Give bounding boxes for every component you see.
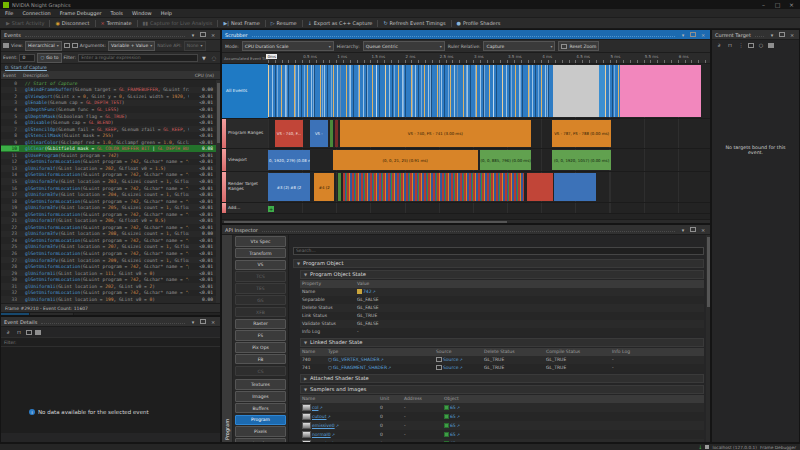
link-icon[interactable]: ∂: [4, 328, 12, 336]
scrubber-track[interactable]: [268, 203, 710, 213]
timeline-block[interactable]: (0, 0, 885, 796) (0.00 ms): [480, 150, 531, 170]
link-icon[interactable]: ∂: [715, 41, 723, 49]
panel-menu-icon[interactable]: ▾: [679, 226, 687, 234]
event-row[interactable]: 17glUniform3fv(GLint location = 204, GLs…: [1, 191, 220, 198]
event-row[interactable]: 27glUniform3fv(GLint location = 209, GLs…: [1, 257, 220, 264]
timeline-block[interactable]: [335, 120, 338, 147]
start-of-capture-link[interactable]: 0: Start of Capture: [1, 64, 220, 71]
hierarchy-dropdown[interactable]: Queue Centric▾: [363, 41, 445, 51]
timeline-block[interactable]: VS -: [310, 120, 328, 147]
sampler-name-link[interactable]: col: [312, 405, 318, 410]
menu-tools[interactable]: Tools: [111, 10, 123, 16]
menu-file[interactable]: File: [5, 10, 13, 16]
panel-float-icon[interactable]: [199, 31, 207, 39]
panel-float-icon[interactable]: [199, 318, 207, 326]
texture-object-link[interactable]: 65: [450, 432, 456, 437]
scrubber-track[interactable]: VS - 740, F...VS -VS - 740, FS - 741 (3.…: [268, 119, 710, 148]
toolbar-refresh-event-timings[interactable]: ↻Refresh Event Timings: [381, 19, 447, 27]
texture-object-link[interactable]: 65: [450, 405, 456, 410]
maximize-button[interactable]: □: [772, 0, 783, 9]
collapse-all-icon[interactable]: [72, 43, 78, 48]
table-column-unit[interactable]: Unit: [378, 396, 402, 401]
scrubber-row-label[interactable]: All Events: [222, 64, 268, 118]
event-row[interactable]: 11glUseProgram(GLuint program = 742)<0.0…: [1, 152, 220, 159]
event-row[interactable]: 23glUniform3fv(GLint location = 208, GLs…: [1, 231, 220, 238]
event-row[interactable]: 12glGetUniformLocation(GLuint program = …: [1, 159, 220, 166]
timeline-ruler[interactable]: 0.5 ms1 ms1.5 ms2 ms2.5 ms3 ms3.5 ms4 ms…: [268, 53, 710, 63]
table-column-name[interactable]: Name: [300, 396, 378, 401]
event-row[interactable]: 31glUniform1i(GLint location = 202, GLin…: [1, 283, 220, 290]
table-column-delete-status[interactable]: Delete Status: [482, 349, 544, 354]
event-row[interactable]: 13glUniform1f(GLint location = 202, GLfl…: [1, 165, 220, 172]
sampler-name-link[interactable]: cutout: [312, 414, 326, 419]
pipeline-stage-vs[interactable]: VS: [235, 260, 286, 271]
vertical-tab-program[interactable]: Program: [222, 235, 233, 443]
timeline-block[interactable]: VS - 740, F...: [275, 120, 304, 147]
panel-drag-handle[interactable]: [262, 228, 675, 232]
options-icon[interactable]: ⋮: [737, 41, 745, 49]
pipeline-stage-program[interactable]: Program: [235, 415, 286, 426]
event-row[interactable]: 21glUniform1f(GLint location = 206, GLfl…: [1, 217, 220, 224]
timeline-block[interactable]: [338, 173, 341, 201]
panel-drag-handle[interactable]: [252, 33, 675, 37]
pipeline-stage-textures[interactable]: Textures: [235, 379, 286, 390]
lock-icon[interactable]: ⊓: [15, 328, 23, 336]
scrubber-track[interactable]: [268, 64, 710, 118]
table-column-object[interactable]: Object: [442, 396, 704, 401]
event-row[interactable]: 29glUniform1i(GLint location = 111, GLin…: [1, 270, 220, 277]
api-inspector-scrollbar[interactable]: [706, 235, 710, 443]
toolbar-disconnect[interactable]: ◉Disconnect: [53, 19, 91, 27]
menu-help[interactable]: Help: [161, 10, 172, 16]
pipeline-stage-images[interactable]: Images: [235, 391, 286, 402]
timeline-block[interactable]: VS - 740, FS - 741 (3.00 ms): [340, 120, 531, 147]
event-row[interactable]: 3glEnable(GLenum cap = GL_DEPTH_TEST)<0.…: [1, 100, 220, 107]
timeline-block[interactable]: (0, 0, 1920, 279) (0.08 ms): [268, 150, 310, 170]
event-row[interactable]: 18glGetUniformLocation(GLuint program = …: [1, 198, 220, 205]
timeline-block[interactable]: [343, 173, 524, 201]
shader-source-link[interactable]: Source: [443, 357, 458, 362]
program-link[interactable]: 742: [363, 289, 372, 294]
panel-close-icon[interactable]: ×: [699, 226, 707, 234]
events-filter-input[interactable]: [78, 54, 198, 62]
save-icon[interactable]: [768, 43, 774, 48]
api-search-input[interactable]: [293, 247, 704, 255]
pipeline-stage-pixels[interactable]: Pixels: [235, 426, 286, 437]
event-row[interactable]: 10glClear(GLbitfield mask = GL_COLOR_BUF…: [1, 145, 220, 152]
add-row-button[interactable]: +: [268, 206, 274, 212]
toolbar-next-frame[interactable]: ▶|Next Frame: [221, 19, 261, 27]
table-column-compile-status[interactable]: Compile Status: [544, 349, 610, 354]
scrubber-row-label[interactable]: Add...+: [222, 203, 268, 213]
table-column-address[interactable]: Address: [402, 396, 442, 401]
timeline-block[interactable]: #4 (2: [314, 173, 334, 201]
event-details-filter[interactable]: Filter:: [1, 337, 220, 347]
timeline-block[interactable]: (0, 0, 1920, 1057) (0.00 ms): [552, 150, 612, 170]
panel-close-icon[interactable]: ×: [209, 31, 217, 39]
panel-drag-handle[interactable]: [755, 33, 764, 37]
texture-object-link[interactable]: 65: [450, 423, 456, 428]
section-program-object[interactable]: ▼Program Object: [293, 259, 704, 268]
view-dropdown[interactable]: Hierarchical▾: [25, 41, 62, 51]
shader-type-link[interactable]: GL_FRAGMENT_SHADER: [333, 365, 387, 370]
expand-icon[interactable]: [26, 330, 32, 335]
panel-float-icon[interactable]: [778, 31, 786, 39]
event-row[interactable]: 30glGetUniformLocation(GLuint program = …: [1, 276, 220, 283]
timeline-block[interactable]: [605, 65, 620, 117]
event-row[interactable]: 8glStencilMask(GLuint mask = 255)<0.01: [1, 132, 220, 139]
panel-close-icon[interactable]: ×: [209, 318, 217, 326]
event-row[interactable]: 22glGetUniformLocation(GLuint program = …: [1, 224, 220, 231]
section-program-object-state[interactable]: ▼Program Object State: [300, 270, 704, 279]
scrubber-track[interactable]: (0, 0, 1920, 279) (0.08 ms)(0, 0, 21, 25…: [268, 149, 710, 171]
timeline-block[interactable]: (0, 0, 21, 25) (0.91 ms): [333, 150, 478, 170]
shader-type-link[interactable]: GL_VERTEX_SHADER: [333, 357, 380, 362]
section-linked-shader-state[interactable]: ▼Linked Shader State: [300, 338, 704, 347]
scrubber-row-label[interactable]: Viewport: [222, 149, 268, 171]
zoom-icon[interactable]: ○: [757, 41, 765, 49]
event-row[interactable]: 9glClearColor(GLclampf red = 1.0, GLclam…: [1, 139, 220, 146]
table-column-info-log[interactable]: Info Log: [610, 349, 704, 354]
sampler-name-link[interactable]: emissive0: [312, 423, 335, 428]
pipeline-stage-raster[interactable]: Raster: [235, 319, 286, 330]
table-column-property[interactable]: Property: [300, 281, 355, 286]
events-list[interactable]: 0// Start of Capture1glBindFramebuffer(G…: [1, 80, 220, 303]
table-column-type[interactable]: Type: [326, 349, 434, 354]
column-description[interactable]: Description: [23, 73, 186, 78]
